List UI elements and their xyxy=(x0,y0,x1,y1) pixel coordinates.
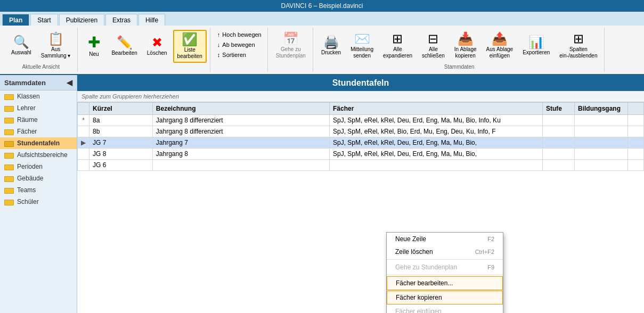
folder-icon xyxy=(4,163,14,170)
folder-icon xyxy=(4,128,14,135)
liste-bearbeiten-label: Listebearbeiten xyxy=(177,47,202,60)
sidebar-item-aufsichtsbereiche[interactable]: Aufsichtsbereiche xyxy=(0,149,77,161)
exportieren-icon: 📊 xyxy=(528,36,544,48)
sortieren-button[interactable]: ↕ Sortieren xyxy=(215,50,264,60)
cell-extra xyxy=(628,137,644,149)
sidebar-collapse-icon[interactable]: ◀ xyxy=(67,78,72,87)
cell-kuerzel: 8b xyxy=(89,126,153,137)
sidebar-item-gebaeude[interactable]: Gebäude xyxy=(0,172,77,184)
folder-icon xyxy=(4,198,14,205)
expandieren-label: Alleexpandieren xyxy=(383,46,412,59)
gehe-zu-stundenplan-button[interactable]: 📅 Gehe zuStundenplan xyxy=(272,30,309,62)
title-text: DAVINCI 6 – Beispiel.davinci xyxy=(281,2,363,10)
col-faecher[interactable]: Fächer xyxy=(330,103,543,115)
schliessen-icon: ⊟ xyxy=(428,32,438,45)
drucken-button[interactable]: 🖨️ Drucken xyxy=(317,33,345,59)
stundentafeln-label: Stundentafeln xyxy=(17,139,60,147)
ctx-zeile-loeschen[interactable]: Zeile löschen Ctrl+F2 xyxy=(387,245,503,258)
sidebar-item-klassen[interactable]: Klassen xyxy=(0,90,77,102)
col-extra xyxy=(628,103,644,115)
sidebar-item-schueler[interactable]: Schüler xyxy=(0,196,77,208)
ctx-neue-zeile[interactable]: Neue Zeile F2 xyxy=(387,233,503,245)
sidebar-item-lehrer[interactable]: Lehrer xyxy=(0,102,77,114)
ctx-faecher-bearbeiten[interactable]: Fächer bearbeiten... xyxy=(387,276,503,290)
col-bezeichnung[interactable]: Bezeichnung xyxy=(152,103,329,115)
cell-faecher: SpJ, SpM, eRel, kRel, Deu, Erd, Eng, Ma,… xyxy=(330,149,543,160)
loeschen-button[interactable]: ✖ Löschen xyxy=(143,34,171,59)
spalten-label: Spaltenein-/ausblenden xyxy=(559,46,597,59)
table-row[interactable]: JG 6 xyxy=(78,160,644,171)
sidebar-item-faecher[interactable]: Fächer xyxy=(0,126,77,137)
drucken-icon: 🖨️ xyxy=(323,36,339,48)
in-ablage-kopieren-button[interactable]: 📥 In Ablagekopieren xyxy=(451,30,480,62)
svg-rect-14 xyxy=(5,165,13,170)
aus-sammlung-icon: 📋 xyxy=(48,32,64,45)
ctx-faecher-bearbeiten-label: Fächer bearbeiten... xyxy=(396,279,453,287)
table-row[interactable]: JG 8 Jahrgang 8 SpJ, SpM, eRel, kRel, De… xyxy=(78,149,644,160)
tab-bar: Plan Start Publizieren Extras Hilfe xyxy=(0,12,644,26)
cell-faecher: SpJ, SpM, eRel, kRel, Deu, Erd, Eng, Ma,… xyxy=(330,137,543,149)
alle-schliessen-button[interactable]: ⊟ Alleschließen xyxy=(418,30,449,62)
auswahl-button[interactable]: 🔍 Auswahl xyxy=(7,33,35,59)
sidebar-item-raeume[interactable]: Räume xyxy=(0,114,77,126)
sidebar-item-stundentafeln[interactable]: Stundentafeln xyxy=(0,137,77,149)
ribbon-group-move: ↑ Hoch bewegen ↓ Ab bewegen ↕ Sortieren xyxy=(211,28,268,72)
tab-extras[interactable]: Extras xyxy=(105,14,137,26)
stammdaten-group-label: Stammdaten xyxy=(444,63,475,70)
tab-publizieren[interactable]: Publizieren xyxy=(59,14,104,26)
ctx-faecher-einfuegen[interactable]: Fächer einfügen xyxy=(387,305,503,313)
col-stufe[interactable]: Stufe xyxy=(543,103,575,115)
cell-stufe xyxy=(543,115,575,126)
ab-label: Ab bewegen xyxy=(222,42,255,48)
table-row[interactable]: 8b Jahrgang 8 differenziert SpJ, SpM, eR… xyxy=(78,126,644,137)
ctx-gehe-zu-stundenplan[interactable]: Gehe zu Stundenplan F9 xyxy=(387,261,503,274)
tab-hilfe[interactable]: Hilfe xyxy=(138,14,165,26)
folder-icon xyxy=(4,104,14,112)
sidebar-item-perioden[interactable]: Perioden xyxy=(0,161,77,172)
exportieren-button[interactable]: 📊 Exportieren xyxy=(519,33,553,59)
cell-bildungsgang xyxy=(575,149,628,160)
aufsichtsbereiche-label: Aufsichtsbereiche xyxy=(17,151,68,159)
col-kuerzel[interactable]: Kürzel xyxy=(89,103,153,115)
alle-expandieren-button[interactable]: ⊞ Alleexpandieren xyxy=(379,30,416,62)
mitteilung-button[interactable]: ✉️ Mitteilungsenden xyxy=(347,30,377,62)
ctx-stundenplan-shortcut: F9 xyxy=(487,264,494,270)
svg-rect-6 xyxy=(5,118,13,123)
spalten-button[interactable]: ⊞ Spaltenein-/ausblenden xyxy=(556,30,601,62)
sidebar-item-teams[interactable]: Teams xyxy=(0,184,77,196)
aus-ablage-einfuegen-button[interactable]: 📤 Aus Ablageeinfügen xyxy=(483,30,517,62)
klassen-label: Klassen xyxy=(17,93,40,100)
ctx-faecher-kopieren[interactable]: Fächer kopieren xyxy=(387,291,503,304)
cell-bezeichnung: Jahrgang 8 differenziert xyxy=(152,126,329,137)
hoch-bewegen-button[interactable]: ↑ Hoch bewegen xyxy=(215,30,264,39)
aus-sammlung-button[interactable]: 📋 AusSammlung ▾ xyxy=(37,30,75,62)
table-row[interactable]: * 8a Jahrgang 8 differenziert SpJ, SpM, … xyxy=(78,115,644,126)
svg-rect-8 xyxy=(5,130,13,135)
tab-start[interactable]: Start xyxy=(30,14,58,26)
sidebar-header: Stammdaten ◀ xyxy=(0,75,77,90)
neu-label: Neu xyxy=(89,51,99,57)
folder-icon xyxy=(4,116,14,123)
folder-icon xyxy=(4,175,14,182)
ctx-sep-1 xyxy=(387,259,503,260)
tab-plan[interactable]: Plan xyxy=(2,14,29,26)
cell-stufe xyxy=(543,160,575,171)
svg-rect-20 xyxy=(5,200,13,205)
liste-bearbeiten-button[interactable]: ✅ Listebearbeiten xyxy=(173,30,207,63)
cell-stufe xyxy=(543,137,575,149)
cell-bildungsgang xyxy=(575,126,628,137)
cell-extra xyxy=(628,126,644,137)
groupby-bar: Spalte zum Gruppieren hierherziehen xyxy=(77,91,644,102)
svg-rect-2 xyxy=(5,95,13,100)
lehrer-label: Lehrer xyxy=(17,104,36,112)
col-bildungsgang[interactable]: Bildungsgang xyxy=(575,103,628,115)
cell-stufe xyxy=(543,126,575,137)
ab-bewegen-button[interactable]: ↓ Ab bewegen xyxy=(215,40,264,50)
sortieren-label: Sortieren xyxy=(222,52,246,58)
neu-button[interactable]: ✚ Neu xyxy=(82,32,105,60)
perioden-label: Perioden xyxy=(17,163,43,170)
bearbeiten-button[interactable]: ✏️ Bearbeiten xyxy=(108,34,141,59)
col-marker xyxy=(78,103,89,115)
table-header-row: Kürzel Bezeichnung Fächer Stufe Bildungs… xyxy=(78,103,644,115)
table-row[interactable]: ▶ JG 7 Jahrgang 7 SpJ, SpM, eRel, kRel, … xyxy=(78,137,644,149)
